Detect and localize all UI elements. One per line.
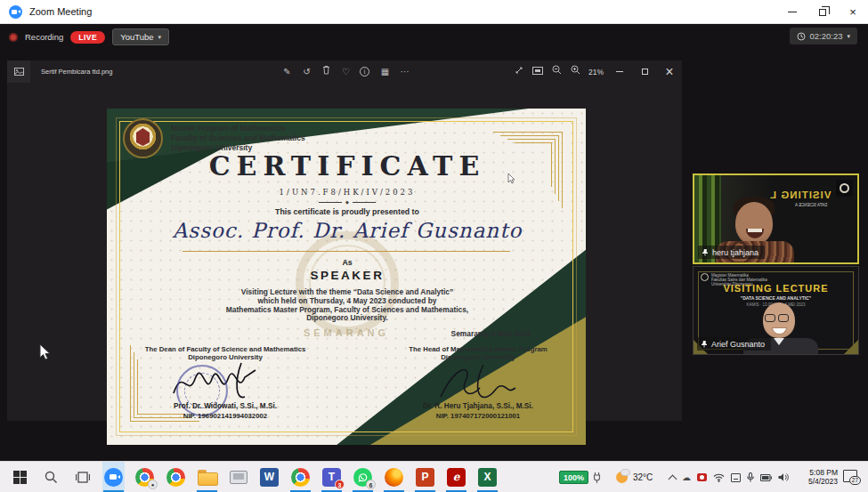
restore-button[interactable] [807,0,838,24]
action-center-button[interactable]: 27 [843,470,857,482]
participant-name: Arief Gusnanto [711,340,765,349]
search-icon [45,471,58,484]
file-tab[interactable] [7,60,30,83]
taskbar-search-button[interactable] [40,462,62,492]
zoom-out-icon[interactable] [551,60,563,83]
task-view-icon [76,472,90,483]
signature-right [414,358,556,406]
recording-bar: Recording LIVE YouTube ▾ [9,28,169,45]
tray-expand-icon[interactable] [669,474,677,483]
zoom-in-icon[interactable] [570,60,581,83]
taskbar-pdf-app[interactable]: e [445,462,467,492]
clock-date: 5/4/2023 [788,477,838,486]
slideshow-icon[interactable]: ▦ [379,60,391,83]
task-view-button[interactable] [71,462,93,492]
taskbar-chrome-profile1[interactable]: ● [134,462,156,492]
edit-icon[interactable]: ✎ [281,60,293,83]
whatsapp-icon: 6 [353,468,372,487]
taskbar-file-explorer[interactable] [196,462,218,492]
recording-icon [9,33,18,42]
pin-icon[interactable] [702,249,709,256]
viewer-restore-button[interactable] [636,69,653,75]
temperature-label[interactable]: 32°C [633,472,653,482]
taskbar-zoom-app[interactable] [102,462,125,492]
as-label: As [134,258,561,267]
university-logo [701,273,709,281]
connect-app-icon [230,471,247,484]
taskbar-chrome-profile3[interactable] [289,462,312,492]
video-thumbnail-heru[interactable]: VISITING L DATA SCIENCE A heru tjahjana [693,173,859,264]
certificate-title: CERTIFICATE [134,150,561,181]
close-button[interactable]: × [838,0,868,24]
zoom-app-icon [9,5,22,19]
taskbar-connect-app[interactable] [227,462,249,492]
meeting-area: Recording LIVE YouTube ▾ 02:20:23 ▾ [0,24,868,461]
battery-icon[interactable] [760,474,772,481]
live-badge[interactable]: LIVE [70,31,105,44]
recipient-underline [183,251,510,252]
battery-percentage-widget[interactable]: 100% [559,471,588,484]
chevron-down-icon: ▾ [847,33,850,40]
chrome-icon [166,468,185,487]
youtube-label: YouTube [120,32,153,42]
image-icon [14,68,24,76]
start-button[interactable] [9,462,31,492]
minimize-button[interactable] [777,0,807,24]
taskbar-word[interactable]: W [258,462,280,492]
zoom-app-icon [104,468,123,487]
filename-label: Sertif Pembicara ttd.png [41,68,112,76]
viewer-close-button[interactable]: × [661,64,678,80]
taskbar-firefox[interactable] [383,462,405,492]
background-subtitle: "DATA SCIENCE AND ANALYTIC" [694,295,858,301]
favorite-icon[interactable]: ♡ [340,60,352,83]
mirrored-background-title: VISITING L [769,190,831,200]
teams-badge: 3 [335,480,345,489]
touch-keyboard-icon[interactable] [731,473,741,482]
certificate-image: SEMARANG Master Program of Mathematics F… [107,109,586,445]
taskbar-powerpoint[interactable]: P [414,462,436,492]
taskbar-teams[interactable]: T 3 [320,462,343,492]
glasses [765,314,789,322]
plug-icon [593,472,601,483]
windows-logo-icon [13,471,27,484]
whatsapp-badge: 6 [366,480,376,489]
taskbar-chrome-profile2[interactable] [165,462,187,492]
camera-recording-icon[interactable] [697,473,707,481]
excel-icon: X [478,468,497,487]
weather-icon[interactable] [616,472,628,483]
rotate-icon[interactable]: ↺ [301,60,312,83]
fullscreen-icon[interactable] [514,60,525,83]
taskbar-whatsapp[interactable]: 6 [352,462,374,492]
windows-taskbar: ● W T 3 6 P [0,461,868,492]
chrome-icon: ● [135,468,154,487]
pin-icon[interactable] [701,341,708,348]
recipient-name: Assoc. Prof. Dr. Arief Gusnanto [134,219,561,242]
notification-icon: 27 [843,470,857,482]
file-explorer-icon [198,470,216,484]
mirrored-background-subtitle: DATA SCIENCE A [795,203,827,207]
microphone-icon[interactable] [747,472,754,482]
presented-to-line: This certificate is proudly presented to [134,207,561,216]
taskbar-excel[interactable]: X [476,462,499,492]
recording-label: Recording [25,32,63,42]
clock-icon [797,32,806,41]
taskbar-clock[interactable]: 5:08 PM 5/4/2023 [788,468,838,486]
participant-name: heru tjahjana [712,248,758,257]
onedrive-cloud-icon[interactable]: ☁ [682,472,691,482]
youtube-stream-button[interactable]: YouTube ▾ [112,28,169,45]
video-thumbnail-arief[interactable]: Magister Matematika Fakultas Sains dan M… [693,266,859,355]
fit-to-window-icon[interactable] [532,60,544,83]
chevron-down-icon: ▾ [158,34,162,41]
zoom-level-label: 21% [588,68,604,77]
place-date: Semarang, 4 May 2023 [451,329,531,338]
info-icon[interactable]: i [360,67,371,77]
delete-icon[interactable] [320,60,332,83]
wifi-icon[interactable] [713,473,725,482]
viewer-minimize-button[interactable] [611,71,629,72]
signatory-right-nip: NIP. 197407172000121001 [367,412,586,420]
more-options-icon[interactable]: ··· [399,60,410,83]
window-title: Zoom Meeting [29,6,92,17]
ornament-divider: ◆ [134,199,561,205]
screen: Zoom Meeting × Recording LIVE YouTube ▾ … [0,0,868,492]
meeting-timer[interactable]: 02:20:23 ▾ [790,28,858,44]
